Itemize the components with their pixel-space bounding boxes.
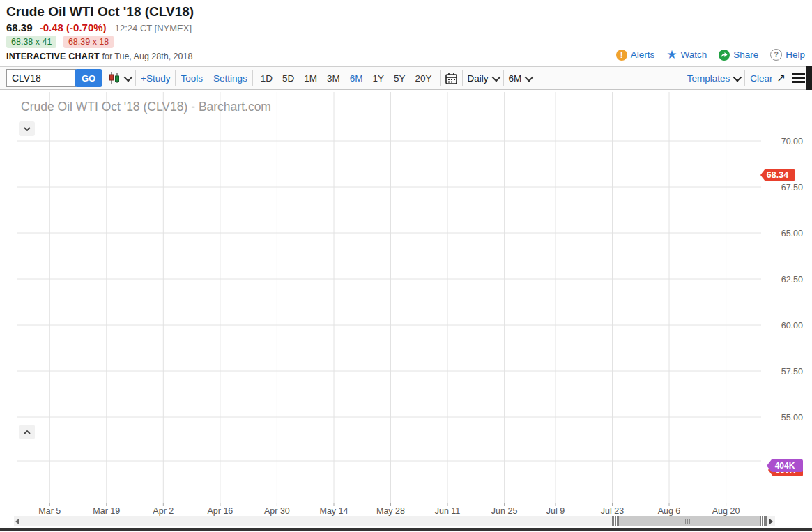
header-link-label: Watch: [680, 50, 707, 60]
x-axis-label: Aug 6: [658, 506, 681, 516]
price-volume-plot[interactable]: Mar 5Mar 19Apr 2Apr 16Apr 30May 14May 28…: [0, 91, 812, 532]
y-axis-label: 65.00: [781, 229, 803, 238]
timeframe-buttons: 1D5D1M3M6M1Y5Y20Y: [261, 73, 432, 84]
toolbar-right-group: Templates Clear ↗: [687, 70, 812, 86]
header-link-alerts[interactable]: !Alerts: [616, 50, 655, 61]
alert-icon: !: [616, 50, 627, 61]
header-link-label: Share: [733, 50, 758, 60]
x-axis-label: Mar 5: [38, 506, 61, 516]
timeframe-button-6m[interactable]: 6M: [350, 73, 363, 84]
header-action-links: !Alerts★WatchShare?Help: [616, 49, 805, 61]
quote-line: 68.39 -0.48 (-0.70%) 12:24 CT [NYMEX]: [6, 22, 192, 33]
y-axis-label: 57.50: [781, 367, 803, 377]
timeframe-button-1d[interactable]: 1D: [261, 73, 273, 84]
open-interest-axis-badge: 404K: [767, 459, 803, 472]
y-axis-label: 70.00: [781, 137, 803, 146]
scroll-range-right-handle[interactable]: [760, 516, 767, 526]
chevron-down-icon: [733, 73, 742, 82]
x-axis-label: Jul 23: [601, 506, 624, 516]
header-link-label: Alerts: [631, 50, 655, 60]
quote-header: Crude Oil WTI Oct '18 (CLV18) 68.39 -0.4…: [0, 0, 812, 66]
toolbar-divider: [252, 70, 253, 86]
y-axis-label: 62.50: [781, 275, 803, 284]
bid-badge: 68.38 x 41: [6, 36, 56, 48]
symbol-input[interactable]: [6, 69, 76, 87]
barchart-interactive-chart-page: { "header": { "title": "Crude Oil WTI Oc…: [0, 0, 812, 532]
y-axis-label: 60.00: [781, 321, 803, 330]
y-axis-label: 67.50: [781, 183, 803, 192]
candlestick-icon: [109, 72, 121, 84]
range-value: 6M: [509, 73, 522, 84]
chart-toolbar: GO +Study Tools Settings 1D5D1M3M6M1Y5Y2…: [0, 66, 812, 90]
chart-area: Mar 5Mar 19Apr 2Apr 16Apr 30May 14May 28…: [0, 91, 812, 532]
x-axis-label: May 28: [376, 506, 405, 516]
chevron-down-icon: [491, 73, 500, 82]
toolbar-divider: [175, 70, 176, 86]
header-link-label: Help: [786, 50, 805, 60]
help-icon: ?: [770, 49, 782, 61]
toolbar-divider: [462, 70, 463, 86]
toolbar-divider: [503, 70, 504, 86]
collapse-price-panel-button[interactable]: [19, 121, 35, 136]
clear-link[interactable]: Clear: [750, 73, 772, 84]
scroll-range-left-handle[interactable]: [612, 516, 619, 526]
ask-badge: 68.39 x 18: [63, 36, 114, 48]
go-button[interactable]: GO: [75, 69, 102, 87]
trendline-tool-icon[interactable]: ↗: [776, 72, 786, 84]
chevron-up-icon: [24, 430, 31, 434]
section-heading: INTERACTIVE CHART for Tue, Aug 28th, 201…: [6, 52, 192, 61]
settings-link[interactable]: Settings: [213, 73, 247, 84]
scroll-left-icon[interactable]: [15, 519, 19, 524]
frequency-dropdown[interactable]: Daily: [468, 73, 498, 84]
scrollbar-grip-icon: [685, 519, 691, 524]
templates-dropdown[interactable]: Templates: [687, 73, 740, 84]
toolbar-edge-panel: [806, 66, 812, 90]
toolbar-divider: [440, 70, 441, 86]
section-date: for Tue, Aug 28th, 2018: [102, 52, 192, 61]
tools-link[interactable]: Tools: [181, 73, 203, 84]
header-link-watch[interactable]: ★Watch: [666, 50, 707, 60]
calendar-icon[interactable]: [445, 73, 457, 84]
timeframe-button-5d[interactable]: 5D: [282, 73, 294, 84]
header-link-share[interactable]: Share: [719, 50, 758, 61]
timeframe-button-1y[interactable]: 1Y: [373, 73, 385, 84]
menu-icon[interactable]: [792, 71, 805, 85]
timeframe-button-1m[interactable]: 1M: [304, 73, 317, 84]
timeframe-button-20y[interactable]: 20Y: [415, 73, 432, 84]
chart-scrollbar-thumb[interactable]: [612, 516, 767, 526]
header-link-help[interactable]: ?Help: [770, 49, 805, 61]
x-axis-label: Apr 16: [207, 506, 233, 516]
x-axis-label: Apr 2: [153, 506, 174, 516]
timeframe-button-3m[interactable]: 3M: [327, 73, 340, 84]
chart-watermark: Crude Oil WTI Oct '18 (CLV18) - Barchart…: [21, 100, 271, 114]
chart-type-dropdown[interactable]: [109, 72, 130, 84]
frequency-value: Daily: [468, 73, 489, 84]
last-price: 68.39: [6, 22, 33, 33]
share-icon: [719, 50, 730, 61]
toolbar-divider: [135, 70, 136, 86]
timeframe-button-5y[interactable]: 5Y: [394, 73, 406, 84]
range-dropdown[interactable]: 6M: [509, 73, 532, 84]
chevron-down-icon: [124, 73, 133, 82]
scroll-right-icon[interactable]: [769, 519, 773, 524]
x-axis-label: May 14: [320, 506, 348, 516]
x-axis-label: Jun 25: [491, 506, 518, 516]
x-axis-label: Jul 9: [546, 506, 565, 516]
collapse-volume-panel-button[interactable]: [19, 425, 35, 439]
section-label: INTERACTIVE CHART: [6, 52, 100, 61]
x-axis-label: Jun 11: [435, 506, 461, 516]
x-axis-label: Apr 30: [264, 506, 290, 516]
bottom-border-bar: [0, 528, 812, 531]
quote-time: 12:24 CT [NYMEX]: [115, 23, 192, 33]
page-title: Crude Oil WTI Oct '18 (CLV18): [6, 4, 194, 20]
last-price-axis-badge: 68.34: [760, 169, 795, 181]
chart-scrollbar-track[interactable]: [14, 516, 775, 526]
toolbar-divider: [744, 70, 745, 86]
templates-label: Templates: [687, 73, 730, 84]
x-axis-label: Aug 20: [712, 506, 740, 516]
chevron-down-icon: [24, 127, 31, 131]
star-icon: ★: [666, 50, 677, 60]
study-link[interactable]: +Study: [141, 73, 170, 84]
bid-ask-row: 68.38 x 41 68.39 x 18: [6, 37, 114, 47]
x-axis-label: Mar 19: [93, 506, 120, 516]
